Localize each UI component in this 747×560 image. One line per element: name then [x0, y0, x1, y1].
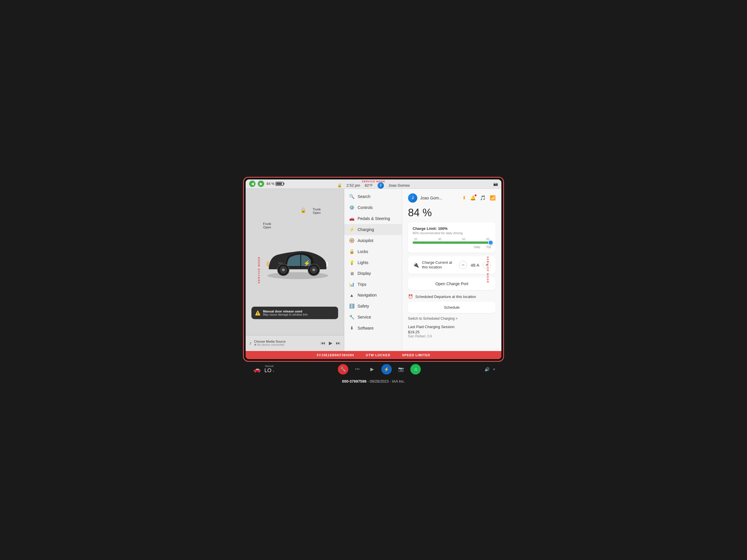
menu-label-safety: Safety — [358, 304, 369, 309]
download-icon[interactable]: ⬇ — [462, 195, 466, 201]
warning-title: Manual door release used — [263, 310, 308, 313]
user-name-detail: Joao Gom... — [420, 196, 442, 200]
locks-icon: 🔒 — [349, 249, 355, 254]
notification-icon[interactable]: 🔔 — [470, 195, 476, 201]
battery-icon — [276, 182, 284, 186]
search-icon: 🔍 — [349, 194, 355, 199]
signal-icon: 📶 — [490, 195, 496, 201]
menu-item-charging[interactable]: ⚡ Charging — [344, 224, 402, 235]
lock-status-icon: 🔒 — [337, 183, 342, 188]
trips-icon: 📊 — [349, 282, 355, 287]
charging-menu-icon: ⚡ — [349, 227, 355, 232]
menu-item-safety[interactable]: ℹ️ Safety — [344, 300, 402, 312]
bottom-status-bar: 5YJ3E1EB6KF384384 GTW LOCKED SPEED LIMIT… — [246, 351, 501, 359]
car-visualization: ⚡ — [257, 212, 338, 311]
user-name-status: Joao Gomes — [388, 183, 410, 188]
current-decrease-button[interactable]: − — [459, 261, 467, 269]
volume-mute-icon: × — [493, 367, 495, 372]
status-time: 2:52 pm — [346, 183, 360, 188]
menu-label-software: Software — [358, 326, 374, 330]
menu-item-software[interactable]: ⬇ Software — [344, 323, 402, 334]
menu-item-service[interactable]: 🔧 Service — [344, 312, 402, 323]
menu-label-display: Display — [358, 271, 371, 276]
charging-indicator: ⚡ — [303, 260, 311, 267]
menu-label-trips: Trips — [358, 282, 366, 287]
menu-label-lights: Lights — [358, 260, 368, 265]
menu-label-autopilot: Autopilot — [358, 238, 373, 243]
svg-rect-12 — [278, 263, 282, 264]
media-button[interactable]: ▶ — [367, 364, 377, 374]
menu-label-locks: Locks — [358, 249, 368, 254]
menu-label-navigation: Navigation — [358, 293, 377, 297]
clock-icon: ⏰ — [408, 294, 413, 299]
status-bar: SERVICE MODE ◀ ▶ 84 % 🔒 2:52 pm 82°F J J… — [246, 180, 501, 189]
play-button[interactable]: ▶ — [329, 340, 332, 346]
charge-slider-track[interactable] — [413, 241, 491, 244]
battery-percentage-display: 84 % — [408, 207, 496, 219]
menu-item-controls[interactable]: ⚙️ Controls — [344, 202, 402, 213]
camera-taskbar-button[interactable]: 📷 — [396, 364, 406, 374]
spotify-button[interactable]: ♫ — [410, 364, 421, 374]
menu-item-pedals[interactable]: 🚗 Pedals & Steering — [344, 213, 402, 224]
svg-point-7 — [282, 268, 285, 271]
menu-item-trips[interactable]: 📊 Trips — [344, 279, 402, 290]
camera-icon[interactable]: 📷 — [493, 182, 498, 186]
volume-icon[interactable]: 🔊 — [485, 367, 489, 372]
bluetooth-status-icon[interactable]: 🎵 — [480, 195, 486, 201]
lights-icon: 💡 — [349, 260, 355, 265]
menu-label-service: Service — [358, 315, 371, 319]
navigation-icon: ▲ — [349, 293, 355, 298]
warning-sub: May cause damage to window trim — [263, 313, 308, 316]
slider-labels: 20406080 — [413, 238, 491, 241]
bluetooth-button[interactable]: ⚡ — [381, 364, 392, 374]
menu-label-pedals: Pedals & Steering — [358, 216, 390, 221]
media-source-label[interactable]: Choose Media Source — [254, 340, 318, 343]
status-temp: 82°F — [365, 183, 373, 188]
menu-item-autopilot[interactable]: 🛞 Autopilot — [344, 235, 402, 246]
charge-current-label: Charge Current atthis location — [422, 260, 456, 270]
drive-mode-display: LO › — [264, 368, 274, 374]
svg-point-10 — [312, 268, 315, 271]
tools-button[interactable]: 🔧 — [338, 364, 348, 374]
last-session-location: San Rafael, CA — [408, 334, 496, 338]
menu-item-locks[interactable]: 🔒 Locks — [344, 246, 402, 257]
menu-label-controls: Controls — [358, 205, 372, 210]
menu-item-search[interactable]: 🔍 Search — [344, 191, 402, 202]
schedule-button[interactable]: Schedule — [408, 302, 496, 313]
charge-slider-thumb[interactable] — [488, 240, 493, 245]
back-button[interactable]: ◀ — [249, 181, 256, 187]
open-charge-port-button[interactable]: Open Charge Port — [408, 277, 496, 290]
scheduled-departure-section: ⏰ Scheduled Departure at this location S… — [408, 294, 496, 313]
last-session-section: Last Paid Charging Session $19.25 San Ra… — [408, 325, 496, 338]
auction-caption: 000-37697598 - 09/28/2023 - IAA Inc. — [342, 379, 405, 383]
software-icon: ⬇ — [349, 325, 355, 331]
media-bar: ♪ Choose Media Source ✱ No device connec… — [246, 335, 344, 351]
scheduled-departure-label: Scheduled Departure at this location — [415, 294, 476, 299]
menu-item-navigation[interactable]: ▲ Navigation — [344, 290, 402, 300]
warning-banner: ⚠️ Manual door release used May cause da… — [251, 306, 338, 319]
controls-icon: ⚙️ — [349, 205, 355, 210]
menu-label-charging: Charging — [358, 227, 374, 232]
media-device-label: ✱ No device connected — [254, 343, 318, 346]
prev-track-button[interactable]: ⏮ — [321, 341, 325, 346]
autopilot-icon: 🛞 — [349, 238, 355, 243]
music-icon[interactable]: ♪ — [249, 340, 252, 346]
last-session-title: Last Paid Charging Session — [408, 325, 496, 329]
service-mode-right: SERVICE MODE — [487, 256, 489, 283]
switch-charging-link[interactable]: Switch to Scheduled Charging > — [408, 317, 496, 321]
service-icon: 🔧 — [349, 315, 355, 320]
next-track-button[interactable]: ⏭ — [336, 341, 340, 346]
forward-button[interactable]: ▶ — [258, 181, 264, 187]
battery-percent-status: 84 % — [266, 182, 274, 186]
safety-icon: ℹ️ — [349, 303, 355, 309]
menu-item-lights[interactable]: 💡 Lights — [344, 257, 402, 268]
caption-date: 09/28/2023 — [370, 379, 389, 383]
car-view-panel: SERVICE MODE Trunk Open Frunk Open 🔓 — [246, 189, 344, 351]
menu-item-display[interactable]: 🖥 Display — [344, 268, 402, 279]
more-button[interactable]: ••• — [352, 364, 363, 374]
charge-current-card: 🔌 Charge Current atthis location − 48 A … — [408, 256, 496, 274]
car-status-button[interactable]: 🚗 — [252, 364, 262, 374]
user-avatar-large: J — [408, 193, 417, 203]
settings-menu: 🔍 Search ⚙️ Controls 🚗 Pedals & Steering… — [344, 189, 402, 351]
charge-limit-title: Charge Limit: 100% — [413, 226, 491, 231]
